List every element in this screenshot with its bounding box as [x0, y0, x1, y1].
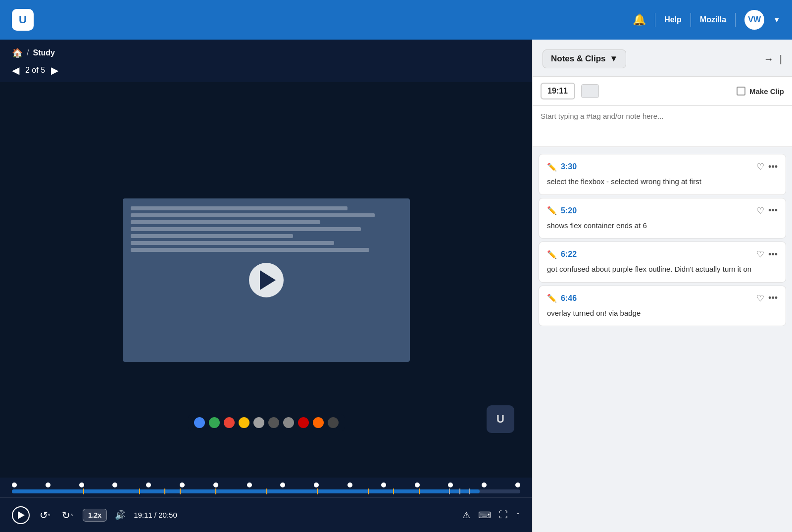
breadcrumb-study-label[interactable]: Study: [33, 48, 54, 57]
color-swatch[interactable]: [581, 84, 599, 98]
note-edit-icon[interactable]: ✏️: [547, 293, 557, 303]
icon-2[interactable]: [209, 417, 220, 428]
note-more-button[interactable]: •••: [768, 249, 778, 260]
note-marker-4: [180, 488, 181, 494]
timeline-dot: [213, 483, 218, 487]
note-actions: ♡ •••: [756, 293, 778, 304]
notes-collapse-button[interactable]: |: [780, 53, 782, 65]
progress-area: [0, 478, 532, 497]
help-link[interactable]: Help: [664, 15, 682, 24]
pagination-bar: ◀ 2 of 5 ▶: [0, 62, 532, 82]
timeline-dot: [12, 483, 17, 487]
breadcrumb: 🏠 / Study: [0, 40, 532, 62]
note-text: select the flexbox - selected wrong thin…: [547, 176, 778, 188]
top-navigation: U 🔔 Help Mozilla VW ▼: [0, 0, 792, 40]
warning-icon[interactable]: ⚠: [462, 510, 470, 521]
timeline-dot: [247, 483, 252, 487]
note-actions: ♡ •••: [756, 161, 778, 172]
note-card-left: ✏️ 5:20: [547, 206, 577, 215]
play-button[interactable]: [249, 263, 284, 297]
note-more-button[interactable]: •••: [768, 162, 778, 172]
fullscreen-icon[interactable]: ⛶: [499, 510, 508, 520]
note-heart-button[interactable]: ♡: [756, 293, 764, 304]
progress-bar-container[interactable]: [0, 489, 532, 497]
next-video-button[interactable]: ▶: [51, 64, 58, 76]
timeline-dot: [515, 483, 520, 487]
video-badge-overlay[interactable]: U: [487, 405, 514, 433]
notes-panel-header: Notes & Clips ▼ → |: [533, 40, 792, 77]
home-icon[interactable]: 🏠: [12, 48, 23, 58]
note-edit-icon[interactable]: ✏️: [547, 206, 557, 215]
icon-1[interactable]: [194, 417, 205, 428]
app-logo[interactable]: U: [12, 9, 34, 31]
note-marker-9: [393, 488, 394, 494]
make-clip-checkbox[interactable]: [737, 87, 745, 96]
make-clip-label: Make Clip: [749, 87, 784, 96]
note-heart-button[interactable]: ♡: [756, 205, 764, 216]
progress-track[interactable]: [12, 489, 520, 493]
video-text-overlay: [131, 206, 402, 255]
notification-bell-icon[interactable]: 🔔: [633, 13, 646, 26]
timeline-dot: [280, 483, 285, 487]
notes-panel: Notes & Clips ▼ → | Make Clip: [532, 40, 792, 532]
note-heart-button[interactable]: ♡: [756, 161, 764, 172]
note-actions: ♡ •••: [756, 249, 778, 260]
play-icon: [18, 511, 25, 519]
nav-divider-1: [655, 13, 655, 27]
share-icon[interactable]: ↑: [516, 510, 520, 520]
note-timestamp[interactable]: 3:30: [561, 162, 577, 171]
avatar-dropdown-icon[interactable]: ▼: [773, 16, 780, 24]
note-textarea-container: [533, 106, 792, 147]
timeline-dot: [482, 483, 487, 487]
timestamp-row: Make Clip: [533, 77, 792, 106]
org-label[interactable]: Mozilla: [700, 15, 726, 24]
icon-3[interactable]: [224, 417, 235, 428]
note-timestamp[interactable]: 5:20: [561, 206, 577, 215]
note-marker-10: [419, 488, 420, 494]
avatar[interactable]: VW: [744, 10, 764, 30]
nav-divider-3: [735, 13, 736, 27]
note-card: ✏️ 6:22 ♡ ••• got confused about purple …: [539, 242, 786, 283]
note-card-header: ✏️ 5:20 ♡ •••: [547, 205, 778, 216]
note-timestamp[interactable]: 6:22: [561, 250, 577, 259]
note-timestamp[interactable]: 6:46: [561, 294, 577, 303]
video-section: 🏠 / Study ◀ 2 of 5 ▶: [0, 40, 532, 532]
rewind-5-button[interactable]: ↺5: [38, 507, 52, 523]
note-edit-icon[interactable]: ✏️: [547, 250, 557, 259]
note-marker-13: [469, 488, 470, 494]
main-layout: 🏠 / Study ◀ 2 of 5 ▶: [0, 40, 792, 532]
notes-list: ✏️ 3:30 ♡ ••• select the flexbox - selec…: [533, 147, 792, 532]
icon-10[interactable]: [328, 417, 339, 428]
nav-right-section: 🔔 Help Mozilla VW ▼: [633, 10, 780, 30]
timeline-dot: [415, 483, 420, 487]
icon-6[interactable]: [268, 417, 279, 428]
keyboard-icon[interactable]: ⌨: [478, 510, 491, 521]
icon-8[interactable]: [298, 417, 309, 428]
note-marker-6: [266, 488, 267, 494]
icon-9[interactable]: [313, 417, 324, 428]
playback-speed-button[interactable]: 1.2x: [83, 509, 107, 522]
notes-expand-button[interactable]: →: [764, 53, 774, 65]
note-heart-button[interactable]: ♡: [756, 249, 764, 260]
note-more-button[interactable]: •••: [768, 293, 778, 303]
volume-icon[interactable]: 🔊: [115, 510, 126, 521]
note-edit-icon[interactable]: ✏️: [547, 162, 557, 172]
note-marker-1: [83, 488, 84, 494]
note-marker-5: [215, 488, 216, 494]
icon-4[interactable]: [239, 417, 249, 428]
note-input[interactable]: [541, 112, 784, 137]
note-more-button[interactable]: •••: [768, 205, 778, 216]
note-card-header: ✏️ 3:30 ♡ •••: [547, 161, 778, 172]
play-pause-button[interactable]: [12, 506, 30, 524]
play-triangle-icon: [260, 270, 276, 290]
notes-clips-dropdown-icon: ▼: [610, 54, 618, 64]
icon-5[interactable]: [253, 417, 264, 428]
prev-video-button[interactable]: ◀: [12, 64, 19, 76]
timestamp-input[interactable]: [541, 83, 575, 99]
make-clip-section: Make Clip: [737, 87, 784, 96]
notes-clips-dropdown-button[interactable]: Notes & Clips ▼: [543, 49, 626, 68]
forward-5-button[interactable]: ↻5: [60, 507, 74, 523]
video-frame[interactable]: [123, 198, 410, 362]
timeline-dot: [381, 483, 386, 487]
icon-7[interactable]: [283, 417, 294, 428]
